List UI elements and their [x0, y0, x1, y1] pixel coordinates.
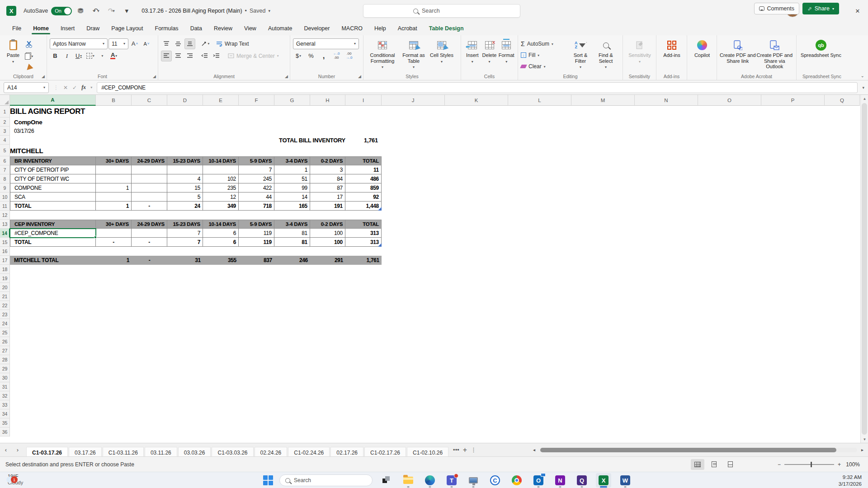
add-sheet-button[interactable]: +	[463, 446, 467, 454]
cell-C15[interactable]: -	[132, 238, 167, 247]
cell-styles-button[interactable]: Cell Styles▾	[429, 38, 455, 71]
cell-B9[interactable]: 1	[96, 183, 132, 192]
column-header-N[interactable]: N	[635, 95, 698, 106]
cell-D10[interactable]: 5	[167, 192, 203, 202]
formula-bar-expand-icon[interactable]: ▾	[862, 85, 864, 90]
comments-button[interactable]: Comments	[754, 3, 799, 14]
number-dialog-launcher[interactable]: ◢	[358, 74, 361, 79]
cut-button[interactable]	[24, 39, 34, 50]
zoom-slider-handle[interactable]	[811, 462, 812, 467]
cell-C10[interactable]	[132, 192, 167, 202]
bottom-align-button[interactable]	[184, 38, 195, 49]
align-left-button[interactable]	[161, 51, 172, 61]
top-align-button[interactable]	[161, 38, 172, 49]
row-header-32[interactable]: 32	[0, 391, 10, 400]
row-header-11[interactable]: 11	[0, 202, 10, 211]
cell-F13[interactable]: 5-9 DAYS	[239, 220, 274, 229]
font-size-combo[interactable]: 11▾	[108, 38, 128, 49]
cell-I11[interactable]: 1,448	[345, 202, 382, 211]
autosave-toggle[interactable]: AutoSave On	[24, 7, 72, 15]
cell-D13[interactable]: 15-23 DAYS	[167, 220, 203, 229]
scroll-up-icon[interactable]: ▲	[861, 95, 868, 102]
cell-E13[interactable]: 10-14 DAYS	[203, 220, 239, 229]
start-button[interactable]	[263, 475, 273, 485]
row-header-2[interactable]: 2	[0, 117, 10, 127]
cell-H15[interactable]: 100	[310, 238, 345, 247]
cell-I17[interactable]: 1,761	[345, 256, 382, 265]
file-explorer-icon[interactable]	[401, 473, 416, 488]
word-icon[interactable]: W	[618, 473, 633, 488]
ribbon-tab-page-layout[interactable]: Page Layout	[105, 23, 149, 35]
orientation-button[interactable]: ▾	[200, 38, 211, 49]
cell-I15[interactable]: 313	[345, 238, 382, 247]
underline-button[interactable]: U▾	[73, 51, 84, 61]
cell-D11[interactable]: 24	[167, 202, 203, 211]
column-header-O[interactable]: O	[698, 95, 761, 106]
cell-F14[interactable]: 119	[239, 229, 274, 238]
cell-I6[interactable]: TOTAL	[345, 156, 382, 165]
row-header-13[interactable]: 13	[0, 220, 10, 229]
row-header-5[interactable]: 5	[0, 145, 10, 156]
ribbon-tab-automate[interactable]: Automate	[262, 23, 298, 35]
ribbon-tab-help[interactable]: Help	[368, 23, 392, 35]
cell-A11[interactable]: TOTAL	[10, 202, 96, 211]
clipboard-dialog-launcher[interactable]: ◢	[42, 74, 45, 79]
share-button[interactable]: ⬀Share▾	[802, 3, 839, 14]
ribbon-tab-view[interactable]: View	[238, 23, 262, 35]
cell-H10[interactable]: 17	[310, 192, 345, 202]
cell-A1[interactable]: BILL AGING REPORT	[10, 106, 167, 117]
column-header-G[interactable]: G	[274, 95, 310, 106]
create-pdf-share-outlook-button[interactable]: Create PDF and Share via Outlook	[756, 38, 793, 71]
zoom-out-icon[interactable]: −	[778, 461, 781, 468]
cell-I14[interactable]: 313	[345, 229, 382, 238]
sensitivity-button[interactable]: Sensitivity▾	[626, 38, 654, 71]
cell-E7[interactable]	[203, 165, 239, 174]
cell-C9[interactable]	[132, 183, 167, 192]
name-box[interactable]: A14▾	[4, 82, 49, 93]
cell-B13[interactable]: 30+ DAYS	[96, 220, 132, 229]
align-right-button[interactable]	[184, 51, 195, 61]
font-dialog-launcher[interactable]: ◢	[153, 74, 156, 79]
cell-C6[interactable]: 24-29 DAYS	[132, 156, 167, 165]
system-icon[interactable]	[466, 473, 481, 488]
cell-C8[interactable]	[132, 174, 167, 183]
cell-F8[interactable]: 245	[239, 174, 274, 183]
fill-color-button[interactable]: ▾	[97, 51, 108, 61]
cell-C11[interactable]: -	[132, 202, 167, 211]
row-header-25[interactable]: 25	[0, 328, 10, 337]
sheet-next-icon[interactable]: ›	[12, 446, 24, 453]
increase-indent-button[interactable]	[211, 51, 222, 61]
cancel-icon[interactable]: ✕	[63, 84, 68, 91]
column-header-F[interactable]: F	[239, 95, 274, 106]
row-header-35[interactable]: 35	[0, 418, 10, 427]
cell-F6[interactable]: 5-9 DAYS	[239, 156, 274, 165]
cell-A6[interactable]: BR INVENTORY	[10, 156, 96, 165]
zoom-in-icon[interactable]: +	[838, 461, 841, 468]
create-pdf-share-link-button[interactable]: Create PDF and Share link	[720, 38, 756, 71]
sheet-tabs-more-button[interactable]: •••	[453, 446, 459, 453]
column-header-Q[interactable]: Q	[825, 95, 860, 106]
grow-font-button[interactable]: A˄	[129, 38, 140, 49]
page-layout-view-button[interactable]	[707, 459, 721, 470]
font-color-button[interactable]: A▾	[108, 51, 119, 61]
spreadsheet-sync-button[interactable]: qb Spreadsheet Sync	[799, 38, 843, 71]
currency-format-button[interactable]: $▾	[293, 51, 304, 61]
row-header-12[interactable]: 12	[0, 211, 10, 220]
font-name-combo[interactable]: Aptos Narrow▾	[50, 38, 108, 49]
edge-icon[interactable]	[422, 473, 438, 488]
fx-chevron-icon[interactable]: ▾	[90, 85, 92, 89]
cell-E9[interactable]: 235	[203, 183, 239, 192]
column-header-J[interactable]: J	[382, 95, 445, 106]
insert-cells-button[interactable]: ⬅ Insert▾	[464, 38, 481, 71]
taskbar-search-input[interactable]: Search	[279, 474, 373, 486]
cell-E14[interactable]: 6	[203, 229, 239, 238]
cell-C7[interactable]	[132, 165, 167, 174]
increase-decimal-button[interactable]: ←.0.00	[331, 51, 342, 61]
cell-D8[interactable]: 4	[167, 174, 203, 183]
cell-B8[interactable]	[96, 174, 132, 183]
cell-H7[interactable]: 3	[310, 165, 345, 174]
column-header-L[interactable]: L	[508, 95, 571, 106]
copilot-c-icon[interactable]: C	[487, 473, 503, 488]
ribbon-tab-data[interactable]: Data	[184, 23, 208, 35]
select-all-corner[interactable]	[0, 95, 10, 106]
